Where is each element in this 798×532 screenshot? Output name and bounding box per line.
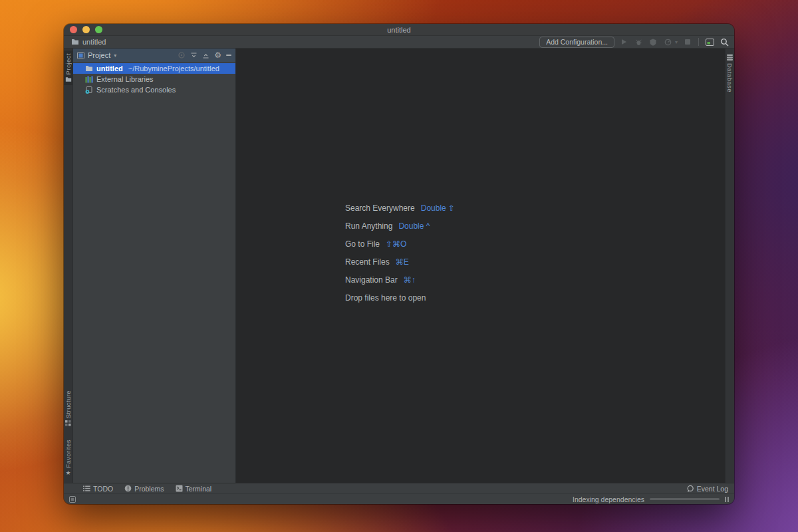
tree-item-name: External Libraries: [96, 75, 154, 83]
terminal-label: Terminal: [186, 485, 212, 493]
tree-row-scratches[interactable]: Scratches and Consoles: [73, 84, 235, 95]
favorites-stripe-label: Favorites: [65, 440, 72, 468]
toolwindow-button-structure[interactable]: Structure: [64, 388, 72, 429]
structure-icon: [65, 420, 71, 426]
shortcut-label: Recent Files: [345, 257, 390, 267]
terminal-icon: [176, 485, 183, 492]
shortcut-row: Run Anything Double ^: [345, 221, 455, 231]
bottom-toolwindow-bar: TODO Problems Terminal Event Log: [64, 483, 734, 493]
search-everywhere-icon[interactable]: [720, 37, 730, 47]
shortcut-row: Search Everywhere Double ⇧: [345, 203, 455, 213]
main-toolbar: untitled Add Configuration... ▾: [64, 36, 734, 49]
background-task-label: Indexing dependencies: [573, 495, 644, 503]
shortcut-keys: Double ^: [398, 221, 430, 231]
database-stripe-label: Database: [726, 63, 733, 92]
shortcut-row: Drop files here to open: [345, 293, 455, 303]
run-icon[interactable]: [619, 37, 629, 47]
shortcut-label: Run Anything: [345, 221, 392, 231]
toolbar-separator: [698, 38, 699, 46]
toolwindow-button-problems[interactable]: Problems: [124, 485, 164, 493]
todo-label: TODO: [93, 485, 113, 493]
breadcrumb[interactable]: untitled: [71, 38, 106, 46]
toolwindow-button-todo[interactable]: TODO: [83, 485, 113, 493]
window-title: untitled: [64, 26, 734, 34]
toolwindow-switcher-icon[interactable]: [69, 496, 76, 503]
indexing-progress-bar: [650, 498, 720, 500]
structure-stripe-label: Structure: [65, 390, 72, 418]
project-panel-title: Project: [88, 51, 110, 59]
right-toolwindow-stripe: Database: [725, 49, 734, 483]
breadcrumb-label: untitled: [82, 38, 106, 46]
event-log-balloon-icon: [686, 485, 694, 493]
shortcut-keys: ⌘E: [396, 257, 409, 267]
project-view-icon: [77, 52, 84, 59]
left-toolwindow-stripe: Project Structure Favorites ★: [64, 49, 73, 483]
add-configuration-button[interactable]: Add Configuration...: [539, 37, 614, 48]
run-with-coverage-icon[interactable]: [648, 37, 658, 47]
close-window-button[interactable]: [70, 26, 77, 33]
toolwindow-button-database[interactable]: Database: [726, 51, 734, 95]
window-titlebar[interactable]: untitled: [64, 24, 734, 36]
shortcut-label: Search Everywhere: [345, 203, 415, 213]
shortcut-row: Navigation Bar ⌘↑: [345, 275, 455, 285]
project-folder-icon: [65, 76, 72, 82]
shortcut-keys: ⇧⌘O: [386, 239, 406, 249]
expand-all-icon[interactable]: [190, 52, 198, 59]
database-icon: [726, 54, 733, 61]
locate-file-icon[interactable]: [178, 51, 186, 59]
tree-item-name: Scratches and Consoles: [96, 86, 176, 94]
tree-item-name: untitled: [96, 65, 123, 72]
hide-toolwindow-icon[interactable]: [226, 55, 231, 56]
problems-icon: [124, 485, 132, 492]
rubymine-window: untitled untitled Add Configuration... ▾: [64, 24, 734, 504]
shortcut-label: Go to File: [345, 239, 380, 249]
project-tree: untitled ~/RubymineProjects/untitled Ext…: [73, 62, 235, 95]
project-stripe-label: Project: [65, 53, 72, 74]
stop-icon[interactable]: [682, 37, 692, 47]
toolwindow-button-event-log[interactable]: Event Log: [686, 485, 728, 493]
tree-item-path: ~/RubymineProjects/untitled: [128, 65, 219, 72]
scratches-icon: [85, 86, 93, 94]
console-window-icon[interactable]: [705, 37, 715, 47]
shortcut-label: Navigation Bar: [345, 275, 398, 285]
zoom-window-button[interactable]: [95, 26, 102, 33]
collapse-all-icon[interactable]: [202, 52, 209, 59]
libraries-icon: [85, 76, 93, 83]
editor-area[interactable]: Search Everywhere Double ⇧ Run Anything …: [236, 49, 725, 483]
toolwindow-button-project[interactable]: Project: [64, 51, 72, 85]
profiler-icon[interactable]: [663, 37, 673, 47]
status-bar: Indexing dependencies: [64, 493, 734, 504]
tree-row-external-libraries[interactable]: External Libraries: [73, 74, 235, 84]
todo-list-icon: [83, 485, 90, 491]
traffic-lights: [70, 26, 102, 33]
folder-icon: [85, 65, 93, 72]
favorites-star-icon: ★: [65, 470, 70, 476]
pause-task-icon[interactable]: [725, 497, 729, 502]
toolwindow-button-terminal[interactable]: Terminal: [176, 485, 212, 493]
shortcut-label: Drop files here to open: [345, 293, 426, 303]
shortcut-keys: ⌘↑: [404, 275, 416, 285]
project-view-chevron-icon[interactable]: ▾: [114, 53, 116, 59]
settings-gear-icon[interactable]: ⚙: [214, 51, 221, 59]
project-panel-header[interactable]: Project ▾ ⚙: [73, 49, 235, 62]
tree-row-project-root[interactable]: untitled ~/RubymineProjects/untitled: [73, 63, 235, 74]
minimize-window-button[interactable]: [82, 26, 90, 33]
event-log-label: Event Log: [697, 485, 728, 493]
problems-label: Problems: [134, 485, 164, 493]
folder-icon: [71, 39, 79, 45]
empty-editor-shortcuts: Search Everywhere Double ⇧ Run Anything …: [345, 203, 455, 303]
shortcut-row: Recent Files ⌘E: [345, 257, 455, 267]
run-options-chevron-icon[interactable]: ▾: [675, 39, 678, 45]
shortcut-row: Go to File ⇧⌘O: [345, 239, 455, 249]
debug-bug-icon[interactable]: [634, 37, 644, 47]
project-toolwindow: Project ▾ ⚙: [73, 49, 236, 483]
toolwindow-button-favorites[interactable]: Favorites ★: [64, 437, 72, 479]
shortcut-keys: Double ⇧: [421, 203, 455, 213]
